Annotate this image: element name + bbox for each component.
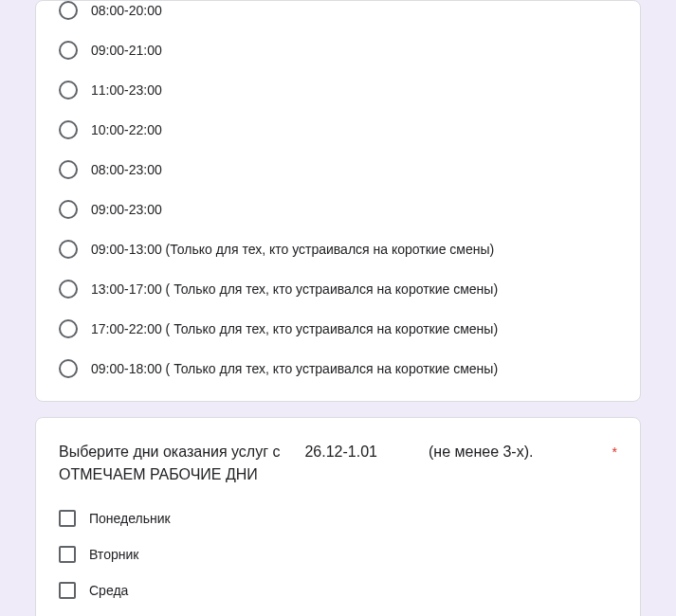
radio-label: 09:00-18:00 ( Только для тех, кто устраи…	[91, 359, 498, 378]
radio-icon	[59, 319, 78, 338]
radio-label: 09:00-13:00 (Только для тех, кто устраив…	[91, 240, 494, 259]
question-card-time: 08:00-20:00 09:00-21:00 11:00-23:00 10:0…	[35, 0, 641, 402]
checkbox-label: Среда	[89, 581, 128, 600]
checkbox-icon	[59, 546, 76, 563]
radio-option[interactable]: 10:00-22:00	[59, 120, 617, 139]
radio-icon	[59, 240, 78, 259]
radio-option[interactable]: 08:00-20:00	[59, 1, 617, 20]
radio-icon	[59, 280, 78, 299]
radio-icon	[59, 120, 78, 139]
checkbox-label: Вторник	[89, 545, 138, 564]
title-note: (не менее 3-х).	[429, 444, 533, 460]
radio-icon	[59, 359, 78, 378]
checkbox-option[interactable]: Понедельник	[59, 509, 617, 528]
radio-icon	[59, 41, 78, 60]
radio-label: 09:00-23:00	[91, 200, 162, 219]
checkbox-icon	[59, 582, 76, 599]
checkbox-icon	[59, 510, 76, 527]
checkbox-option[interactable]: Вторник	[59, 545, 617, 564]
checkbox-label: Понедельник	[89, 509, 171, 528]
radio-option[interactable]: 09:00-18:00 ( Только для тех, кто устраи…	[59, 359, 617, 378]
question-card-days: Выберите дни оказания услуг с26.12-1.01(…	[35, 417, 641, 616]
radio-option[interactable]: 09:00-23:00	[59, 200, 617, 219]
radio-icon	[59, 200, 78, 219]
radio-option[interactable]: 13:00-17:00 ( Только для тех, кто устраи…	[59, 280, 617, 299]
radio-icon	[59, 81, 78, 100]
radio-icon	[59, 1, 78, 20]
title-date: 26.12-1.01	[304, 444, 377, 460]
title-line2: ОТМЕЧАЕМ РАБОЧИЕ ДНИ	[59, 466, 258, 482]
radio-option[interactable]: 17:00-22:00 ( Только для тех, кто устраи…	[59, 319, 617, 338]
radio-label: 09:00-21:00	[91, 41, 162, 60]
radio-label: 17:00-22:00 ( Только для тех, кто устраи…	[91, 319, 498, 338]
radio-group-time: 08:00-20:00 09:00-21:00 11:00-23:00 10:0…	[59, 1, 617, 378]
radio-label: 08:00-23:00	[91, 160, 162, 179]
checkbox-option[interactable]: Среда	[59, 581, 617, 600]
radio-label: 11:00-23:00	[91, 81, 162, 100]
title-text: Выберите дни оказания услуг с	[59, 444, 280, 460]
checkbox-group-days: Понедельник Вторник Среда Четверг	[59, 509, 617, 616]
radio-icon	[59, 160, 78, 179]
radio-label: 08:00-20:00	[91, 1, 162, 20]
radio-label: 10:00-22:00	[91, 120, 162, 139]
required-indicator: *	[612, 441, 617, 463]
question-title: Выберите дни оказания услуг с26.12-1.01(…	[59, 441, 617, 486]
radio-option[interactable]: 08:00-23:00	[59, 160, 617, 179]
radio-option[interactable]: 09:00-21:00	[59, 41, 617, 60]
radio-label: 13:00-17:00 ( Только для тех, кто устраи…	[91, 280, 498, 299]
radio-option[interactable]: 11:00-23:00	[59, 81, 617, 100]
radio-option[interactable]: 09:00-13:00 (Только для тех, кто устраив…	[59, 240, 617, 259]
